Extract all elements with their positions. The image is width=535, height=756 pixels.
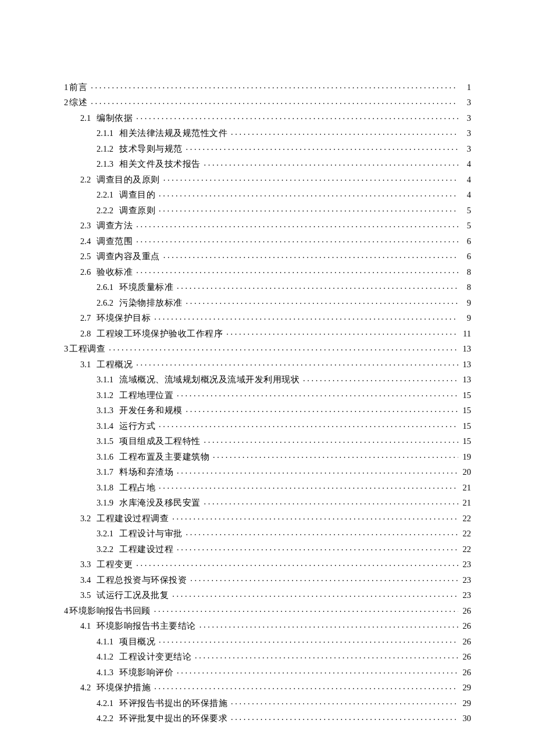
toc-entry: 4.2环境保护措施29 [64,682,471,692]
dot-leaders [231,697,458,706]
toc-number: 3.2 [80,514,91,523]
toc-entry: 4.2.2环评批复中提出的环保要求30 [64,713,471,723]
toc-entry: 2.7环境保护目标9 [64,313,471,323]
toc-number: 4.2.1 [97,699,113,708]
toc-number: 2.6.2 [97,299,113,307]
dot-leaders [177,389,458,398]
toc-number: 3.2.1 [97,529,113,538]
toc-label: 工程调查 [69,345,105,353]
toc-entry: 2.2.2调查原则5 [64,205,471,214]
toc-number: 3.1.4 [97,422,113,431]
toc-entry: 2.1.2技术导则与规范3 [64,143,471,153]
toc-page-number: 29 [461,683,471,692]
dot-leaders [195,651,458,660]
dot-leaders [154,313,458,321]
dot-leaders [163,174,458,182]
toc-label: 调查目的及原则 [97,175,160,184]
dot-leaders [136,112,458,121]
toc-number: 2 [64,98,68,107]
toc-number: 4.1.1 [97,637,113,646]
toc-entry: 3.3工程变更23 [64,559,471,569]
dot-leaders [204,159,459,167]
toc-label: 调查原则 [119,206,155,215]
toc-entry: 2.1.3相关文件及技术报告4 [64,159,471,169]
toc-page-number: 6 [461,252,471,261]
dot-leaders [213,451,458,460]
toc-page-number: 1 [461,83,471,92]
dot-leaders [204,436,459,445]
toc-page-number: 15 [461,422,471,431]
dot-leaders [186,405,459,414]
dot-leaders [136,266,458,275]
toc-entry: 2.2.1调查目的4 [64,189,471,199]
toc-label: 工程布置及主要建筑物 [119,453,209,461]
toc-number: 2.1.1 [97,129,113,138]
toc-number: 4.1.2 [97,653,113,661]
toc-number: 3.4 [80,576,91,585]
toc-page-number: 3 [461,98,471,107]
toc-page-number: 15 [461,406,471,415]
toc-page-number: 21 [461,499,471,507]
toc-page-number: 4 [461,160,471,169]
dot-leaders [159,420,458,429]
toc-entry: 4.1.1项目概况26 [64,636,471,646]
toc-number: 3.1.1 [97,375,113,384]
toc-page-number: 22 [461,545,471,554]
toc-page-number: 26 [461,653,471,661]
toc-entry: 2.5调查内容及重点6 [64,251,471,261]
toc-entry: 3.1.4运行方式15 [64,420,471,430]
toc-page-number: 3 [461,145,471,153]
toc-label: 环境影响评价 [119,668,173,677]
toc-page-number: 29 [461,699,471,708]
dot-leaders [136,235,458,244]
toc-label: 调查目的 [119,191,155,199]
toc-entry: 3.1.2工程地理位置15 [64,389,471,399]
toc-page-number: 30 [461,714,471,723]
toc-page-number: 15 [461,437,471,446]
toc-number: 3.1.9 [97,499,113,507]
toc-label: 工程总投资与环保投资 [97,576,187,585]
toc-entry: 4.1.2工程设计变更结论26 [64,651,471,661]
toc-page-number: 26 [461,622,471,630]
dot-leaders [199,621,458,629]
toc-label: 编制依据 [97,114,133,123]
toc-number: 4.2 [80,683,91,692]
dot-leaders [231,713,458,722]
toc-label: 工程概况 [97,360,133,369]
toc-number: 2.8 [80,329,91,338]
toc-label: 流域概况、流域规划概况及流域开发利用现状 [119,375,299,384]
toc-entry: 2.3调查方法5 [64,220,471,230]
toc-entry: 3.1.9水库淹没及移民安置21 [64,497,471,507]
toc-number: 3.1.5 [97,437,113,446]
toc-number: 2.2.2 [97,206,113,215]
toc-page-number: 3 [461,129,471,138]
toc-label: 运行方式 [119,422,155,431]
toc-entry: 2.6.2污染物排放标准9 [64,297,471,307]
toc-number: 3 [64,345,68,353]
toc-entry: 3.1.6工程布置及主要建筑物19 [64,451,471,461]
toc-label: 环境影响报告书主要结论 [97,622,196,630]
toc-label: 调查范围 [97,237,133,246]
toc-page-number: 8 [461,268,471,277]
toc-page-number: 13 [461,375,471,384]
toc-number: 2.2.1 [97,191,113,199]
toc-number: 3.5 [80,591,91,600]
toc-label: 工程占地 [119,483,155,492]
toc-label: 环境保护措施 [97,683,151,692]
toc-number: 2.5 [80,252,91,261]
toc-label: 工程竣工环境保护验收工作程序 [97,329,223,338]
toc-label: 综述 [69,98,87,107]
toc-number: 4 [64,607,68,615]
toc-number: 2.6 [80,268,91,277]
toc-entry: 2.6.1环境质量标准8 [64,282,471,292]
toc-label: 开发任务和规模 [119,406,183,415]
toc-entry: 3.1.1流域概况、流域规划概况及流域开发利用现状13 [64,374,471,384]
toc-label: 项目概况 [119,637,155,646]
toc-label: 环境质量标准 [119,283,173,292]
toc-number: 2.6.1 [97,283,113,292]
toc-label: 环评报告书提出的环保措施 [119,699,227,708]
toc-label: 环境影响报告书回顾 [69,607,151,615]
toc-page-number: 26 [461,637,471,646]
dot-leaders [91,81,458,90]
toc-page-number: 20 [461,468,471,476]
